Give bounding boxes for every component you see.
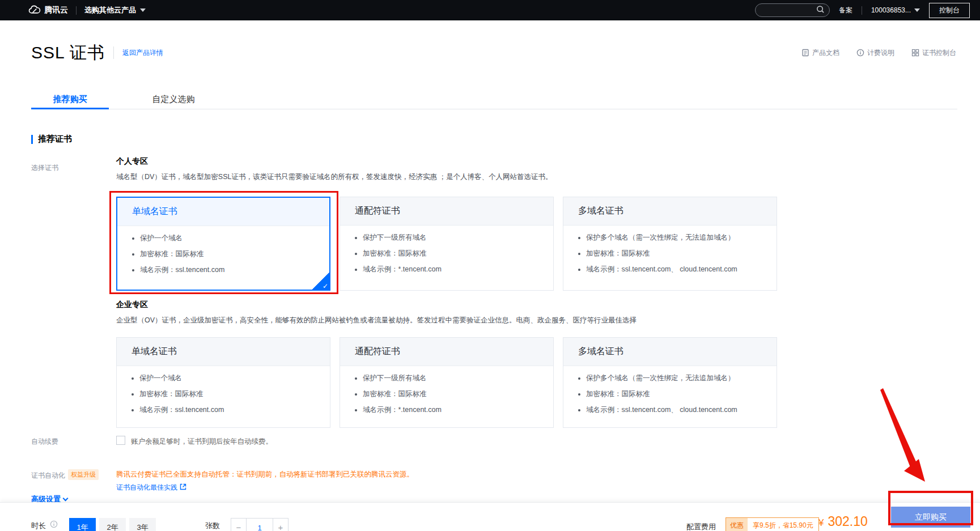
card-title: 多域名证书 xyxy=(563,338,777,366)
info-circle-icon[interactable] xyxy=(50,520,58,530)
card-bullet-list: 保护下一级所有域名 加密标准：国际标准 域名示例：*.tencent.com xyxy=(340,233,553,274)
auto-renew-text: 账户余额足够时，证书到期后按年自动续费。 xyxy=(131,437,273,447)
logo-label: 腾讯云 xyxy=(44,5,68,15)
section-header: 推荐证书 xyxy=(31,134,72,145)
discount-box: 优惠 享9.5折，省15.90元 xyxy=(726,517,819,531)
card-bullet: 保护下一级所有域名 xyxy=(363,233,553,243)
card-bullet: 保护一个域名 xyxy=(139,373,330,383)
automation-message: 腾讯云付费证书已全面支持自动托管：证书到期前，自动将新证书部署到已关联的腾讯云资… xyxy=(116,470,414,479)
card-enterprise-wildcard[interactable]: 通配符证书 保护下一级所有域名 加密标准：国际标准 域名示例：*.tencent… xyxy=(340,337,554,428)
card-bullet: 保护下一级所有域名 xyxy=(363,373,553,383)
total-price: ¥ 302.10 xyxy=(818,514,868,529)
section-accent-bar xyxy=(31,135,33,144)
card-bullet: 加密标准：国际标准 xyxy=(140,249,329,259)
automation-link-label: 证书自动化最佳实践 xyxy=(116,483,177,492)
card-personal-single-domain[interactable]: 单域名证书 保护一个域名 加密标准：国际标准 域名示例：ssl.tencent.… xyxy=(116,197,330,291)
cert-console-label: 证书控制台 xyxy=(922,48,956,58)
page-header: SSL 证书 返回产品详情 产品文档 xyxy=(31,40,956,66)
discount-text: 享9.5折，省15.90元 xyxy=(748,521,818,530)
billing-info-label: 计费说明 xyxy=(867,48,894,58)
nav-beian-link[interactable]: 备案 xyxy=(839,6,852,15)
navbar-divider xyxy=(862,6,862,15)
automation-label: 证书自动化 xyxy=(31,471,65,481)
card-personal-wildcard[interactable]: 通配符证书 保护下一级所有域名 加密标准：国际标准 域名示例：*.tencent… xyxy=(340,197,554,291)
card-bullet: 域名示例：ssl.tencent.com、 cloud.tencent.com xyxy=(586,405,777,415)
back-to-product-link[interactable]: 返回产品详情 xyxy=(122,48,163,58)
card-bullet: 域名示例：*.tencent.com xyxy=(363,265,553,274)
title-divider xyxy=(113,46,114,59)
card-bullet: 域名示例：ssl.tencent.com xyxy=(139,405,330,415)
card-title: 单域名证书 xyxy=(117,338,330,366)
card-personal-multi-domain[interactable]: 多域名证书 保护多个域名（需一次性绑定，无法追加域名） 加密标准：国际标准 域名… xyxy=(563,197,777,291)
card-bullet: 加密标准：国际标准 xyxy=(586,389,777,399)
enterprise-zone-desc: 企业型（OV）证书，企业级加密证书，高安全性，能够有效的防止网站被钓鱼或者流量被… xyxy=(116,316,637,325)
nav-other-products-label: 选购其他云产品 xyxy=(84,5,136,15)
navbar-divider xyxy=(76,6,77,15)
purchase-tabs: 推荐购买 自定义选购 xyxy=(31,91,957,109)
navbar-search-input[interactable] xyxy=(755,3,830,17)
personal-zone-desc: 域名型（DV）证书，域名型加密SSL证书，该类证书只需要验证域名的所有权，签发速… xyxy=(116,172,552,182)
card-bullet-list: 保护多个域名（需一次性绑定，无法追加域名） 加密标准：国际标准 域名示例：ssl… xyxy=(563,373,777,415)
ssl-purchase-page: 腾讯云 选购其他云产品 备案 100036853... xyxy=(0,0,980,531)
tab-custom[interactable]: 自定义选购 xyxy=(128,91,219,109)
card-bullet-list: 保护一个域名 加密标准：国际标准 域名示例：ssl.tencent.com xyxy=(117,373,330,415)
billing-info-link[interactable]: 计费说明 xyxy=(856,48,894,58)
grid-icon xyxy=(911,49,919,57)
chevron-down-icon xyxy=(63,496,69,502)
card-title: 通配符证书 xyxy=(340,197,553,226)
external-link-icon xyxy=(180,483,186,492)
quantity-stepper: − 1 + xyxy=(231,518,289,531)
card-bullet: 保护多个域名（需一次性绑定，无法追加域名） xyxy=(586,373,777,383)
personal-zone-title: 个人专区 xyxy=(116,156,148,167)
tencent-cloud-logo[interactable]: 腾讯云 xyxy=(28,5,68,16)
info-icon xyxy=(856,49,864,57)
quantity-value[interactable]: 1 xyxy=(247,518,273,531)
card-bullet: 域名示例：ssl.tencent.com xyxy=(140,265,329,275)
auto-renew-checkbox[interactable] xyxy=(116,436,125,445)
duration-option-3y[interactable]: 3年 xyxy=(129,518,156,531)
choose-cert-label: 选择证书 xyxy=(31,163,58,173)
currency-symbol: ¥ xyxy=(818,517,824,529)
product-doc-label: 产品文档 xyxy=(812,48,839,58)
caret-down-icon xyxy=(140,9,146,12)
quantity-label: 张数 xyxy=(205,521,220,531)
top-navbar: 腾讯云 选购其他云产品 备案 100036853... xyxy=(0,0,980,20)
card-bullet-list: 保护一个域名 加密标准：国际标准 域名示例：ssl.tencent.com xyxy=(117,233,329,275)
section-title: 推荐证书 xyxy=(38,134,72,145)
enterprise-zone-title: 企业专区 xyxy=(116,300,148,310)
tab-recommended[interactable]: 推荐购买 xyxy=(31,91,109,109)
search-icon[interactable] xyxy=(816,5,825,16)
card-bullet: 加密标准：国际标准 xyxy=(586,249,777,258)
console-button[interactable]: 控制台 xyxy=(929,3,970,18)
selected-corner: ✓ xyxy=(312,273,329,290)
page-title: SSL 证书 xyxy=(31,41,105,65)
card-bullet: 保护一个域名 xyxy=(140,233,329,243)
quantity-plus-button[interactable]: + xyxy=(273,518,289,531)
card-bullet: 加密标准：国际标准 xyxy=(363,249,553,258)
card-title: 单域名证书 xyxy=(117,198,329,226)
fee-label: 配置费用 xyxy=(686,522,716,531)
rights-upgrade-badge: 权益升级 xyxy=(68,469,99,480)
cert-console-link[interactable]: 证书控制台 xyxy=(911,48,956,58)
quantity-minus-button[interactable]: − xyxy=(231,518,247,531)
nav-other-products[interactable]: 选购其他云产品 xyxy=(84,5,146,15)
account-menu[interactable]: 100036853... xyxy=(871,6,920,14)
card-title: 多域名证书 xyxy=(563,197,777,226)
card-bullet: 域名示例：ssl.tencent.com、 cloud.tencent.com xyxy=(586,265,777,274)
automation-best-practice-link[interactable]: 证书自动化最佳实践 xyxy=(116,483,186,492)
document-icon xyxy=(801,49,809,57)
discount-badge: 优惠 xyxy=(726,518,748,531)
card-bullet: 域名示例：*.tencent.com xyxy=(363,405,553,415)
tencent-cloud-logo-icon xyxy=(28,5,41,16)
card-enterprise-multi-domain[interactable]: 多域名证书 保护多个域名（需一次性绑定，无法追加域名） 加密标准：国际标准 域名… xyxy=(563,337,777,428)
card-bullet-list: 保护下一级所有域名 加密标准：国际标准 域名示例：*.tencent.com xyxy=(340,373,553,415)
buy-now-button[interactable]: 立即购买 xyxy=(891,507,970,528)
duration-option-1y[interactable]: 1年 xyxy=(69,518,96,531)
product-doc-link[interactable]: 产品文档 xyxy=(801,48,839,58)
card-bullet: 保护多个域名（需一次性绑定，无法追加域名） xyxy=(586,233,777,243)
card-enterprise-single-domain[interactable]: 单域名证书 保护一个域名 加密标准：国际标准 域名示例：ssl.tencent.… xyxy=(116,337,330,428)
duration-option-2y[interactable]: 2年 xyxy=(99,518,126,531)
price-amount: 302.10 xyxy=(828,514,867,529)
auto-renew-label: 自动续费 xyxy=(31,437,58,447)
purchase-bottom-bar: 时长 1年 2年 3年 张数 − 1 + 配置费用 优惠 享9.5折，省15.9… xyxy=(0,502,980,531)
